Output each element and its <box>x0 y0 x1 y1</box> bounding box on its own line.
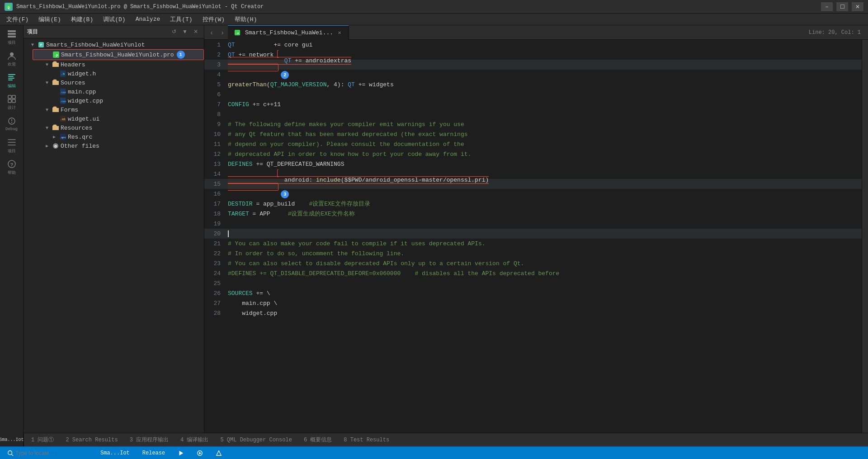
menu-help[interactable]: 帮助(H) <box>230 14 261 25</box>
bottom-tab-qml[interactable]: 5 QML Debugger Console <box>215 435 297 445</box>
sidebar-item-project[interactable]: 项目 <box>2 27 22 47</box>
bottom-tab-overview[interactable]: 6 概要信息 <box>298 434 337 445</box>
tree-widget-ui-label: widget.ui <box>68 116 99 122</box>
sidebar-item-help[interactable]: ? 帮助 <box>2 157 22 177</box>
tree-resources-group[interactable]: ▼ Resources <box>33 123 204 132</box>
sidebar-item-edit[interactable]: 编辑 <box>2 70 22 90</box>
tree-headers-label: Headers <box>61 61 85 68</box>
menu-analyze[interactable]: Analyze <box>131 14 165 24</box>
minimize-button[interactable]: − <box>821 2 833 11</box>
panel-close-btn[interactable]: ✕ <box>191 27 200 36</box>
window-controls: − ☐ ✕ <box>821 2 863 11</box>
tree-widget-cpp[interactable]: ▶ .cpp widget.cpp <box>40 96 204 105</box>
status-run-btn[interactable] <box>175 449 187 457</box>
tree-widget-ui[interactable]: ▶ .ui widget.ui <box>40 114 204 123</box>
menu-controls[interactable]: 控件(W) <box>198 14 229 25</box>
svg-text:Q: Q <box>8 5 10 9</box>
tab-nav-left[interactable]: ‹ <box>206 27 217 38</box>
code-line-25: 25 <box>204 278 862 288</box>
svg-marker-41 <box>199 452 201 454</box>
svg-text:.p: .p <box>236 32 239 35</box>
app-icon: Q <box>5 3 13 11</box>
menu-build[interactable]: 构建(B) <box>66 14 98 25</box>
bottom-tab-test[interactable]: 8 Test Results <box>338 435 395 445</box>
panel-sync-btn[interactable]: ↺ <box>170 27 179 36</box>
menu-tools[interactable]: 工具(T) <box>165 14 197 25</box>
menu-edit[interactable]: 编辑(E) <box>34 14 65 25</box>
tree-headers-group[interactable]: ▼ Headers <box>33 60 204 69</box>
code-line-28: 28 widget.cpp <box>204 308 862 318</box>
svg-text:⊕: ⊕ <box>54 144 57 149</box>
tree-arrow-forms: ▼ <box>43 106 51 113</box>
tree-other-label: Other files <box>61 143 99 150</box>
tree-pro-file[interactable]: ▶ .p Smarts_Fishbowl_HuaWeiYunlot.pro 1 <box>33 49 204 60</box>
code-line-5: 5 greaterThan(QT_MAJOR_VERSION, 4): QT +… <box>204 80 862 89</box>
svg-rect-3 <box>8 33 16 35</box>
tab-bar: ‹ › .p Smarts_Fishbowl_HuaWei... ✕ Line:… <box>204 25 868 40</box>
tab-line-info: Line: 20, Col: 1 <box>809 29 866 36</box>
maximize-button[interactable]: ☐ <box>836 2 848 11</box>
project-panel-header: 项目 ↺ ▼ ✕ <box>24 25 204 38</box>
code-line-17: 17 DESTDIR = app_build #设置EXE文件存放目录 <box>204 199 862 209</box>
tab-nav-right[interactable]: › <box>217 27 228 38</box>
svg-text:?: ? <box>10 162 13 167</box>
bottom-tab-search[interactable]: 2 Search Results <box>60 435 123 445</box>
code-line-9: 9 # The following define makes your comp… <box>204 119 862 129</box>
tree-pro-label: Smarts_Fishbowl_HuaWeiYunlot.pro <box>61 52 174 58</box>
sidebar-label-debug: Debug <box>5 127 18 131</box>
main-layout: 项目 欢迎 编辑 设计 Debug 项目 ? 帮助 项目 <box>0 25 868 433</box>
svg-rect-11 <box>12 95 15 98</box>
tree-root-project[interactable]: ▼ P Smarts_Fishbowl_HuaWeiYunlot <box>24 40 204 49</box>
search-input[interactable] <box>15 450 88 456</box>
bottom-tab-app-output[interactable]: 3 应用程序输出 <box>124 434 174 445</box>
svg-text:.cpp: .cpp <box>60 91 66 94</box>
code-line-8: 8 <box>204 109 862 119</box>
status-debug-btn[interactable] <box>194 449 206 457</box>
svg-point-37 <box>8 450 12 454</box>
tree-icon-resources <box>52 124 59 131</box>
tab-pro-file[interactable]: .p Smarts_Fishbowl_HuaWei... ✕ <box>228 25 349 40</box>
sidebar-label-help: 帮助 <box>8 170 16 176</box>
tree-icon-forms <box>52 106 59 113</box>
code-line-11: 11 # depend on your compiler). Please co… <box>204 139 862 149</box>
svg-text:P: P <box>40 43 42 47</box>
sidebar-item-debug[interactable]: Debug <box>2 114 22 134</box>
sidebar-item-design[interactable]: 设计 <box>2 92 22 112</box>
tree-sources-group[interactable]: ▼ Sources <box>33 78 204 87</box>
right-scrollbar[interactable] <box>862 40 868 433</box>
status-release[interactable]: Release <box>140 449 168 457</box>
svg-rect-9 <box>8 80 13 80</box>
panel-filter-btn[interactable]: ▼ <box>180 27 189 36</box>
project-tree: ▼ P Smarts_Fishbowl_HuaWeiYunlot ▶ .p Sm… <box>24 38 204 433</box>
code-line-21: 21 # You can also make your code fail to… <box>204 239 862 248</box>
svg-rect-7 <box>8 76 14 77</box>
tab-pro-icon: .p <box>234 29 241 36</box>
close-button[interactable]: ✕ <box>852 2 863 11</box>
status-build-btn[interactable] <box>213 449 225 457</box>
tree-icon-widget-ui: .ui <box>59 115 66 122</box>
sidebar-icons: 项目 欢迎 编辑 设计 Debug 项目 ? 帮助 <box>0 25 24 433</box>
tree-arrow-headers: ▼ <box>43 61 51 68</box>
tree-res-qrc[interactable]: ▶ .qrc Res.qrc <box>40 132 204 141</box>
tree-widget-h[interactable]: ▶ .h widget.h <box>40 69 204 78</box>
tree-icon-other: ⊕ <box>52 142 59 150</box>
tree-forms-group[interactable]: ▼ Forms <box>33 105 204 114</box>
sidebar-label-design: 设计 <box>8 105 16 111</box>
status-kit-info[interactable]: Sma...Iot <box>98 449 132 457</box>
menu-bar: 文件(F) 编辑(E) 构建(B) 调试(D) Analyze 工具(T) 控件… <box>0 14 868 25</box>
code-line-20: 20 <box>204 229 862 239</box>
sidebar-item-welcome[interactable]: 欢迎 <box>2 49 22 69</box>
tree-root-label: Smarts_Fishbowl_HuaWeiYunlot <box>46 42 145 48</box>
tab-close-button[interactable]: ✕ <box>336 29 343 36</box>
window-title: Smarts_Fishbowl_HuaWeiYunlot.pro @ Smart… <box>16 4 821 10</box>
code-line-24: 24 #DEFINES += QT_DISABLE_DEPRECATED_BEF… <box>204 268 862 278</box>
code-editor[interactable]: 1 QT += core gui 2 QT += network 3 <box>204 40 868 433</box>
bottom-tab-problems[interactable]: 1 问题① <box>26 434 59 445</box>
bottom-tab-compile[interactable]: 4 编译输出 <box>175 434 214 445</box>
tree-other-files[interactable]: ▶ ⊕ Other files <box>33 141 204 150</box>
sidebar-item-proj2[interactable]: 项目 <box>2 136 22 155</box>
status-search[interactable] <box>5 449 90 457</box>
menu-file[interactable]: 文件(F) <box>2 14 33 25</box>
tree-main-cpp[interactable]: ▶ .cpp main.cpp <box>40 87 204 96</box>
menu-debug[interactable]: 调试(D) <box>99 14 130 25</box>
